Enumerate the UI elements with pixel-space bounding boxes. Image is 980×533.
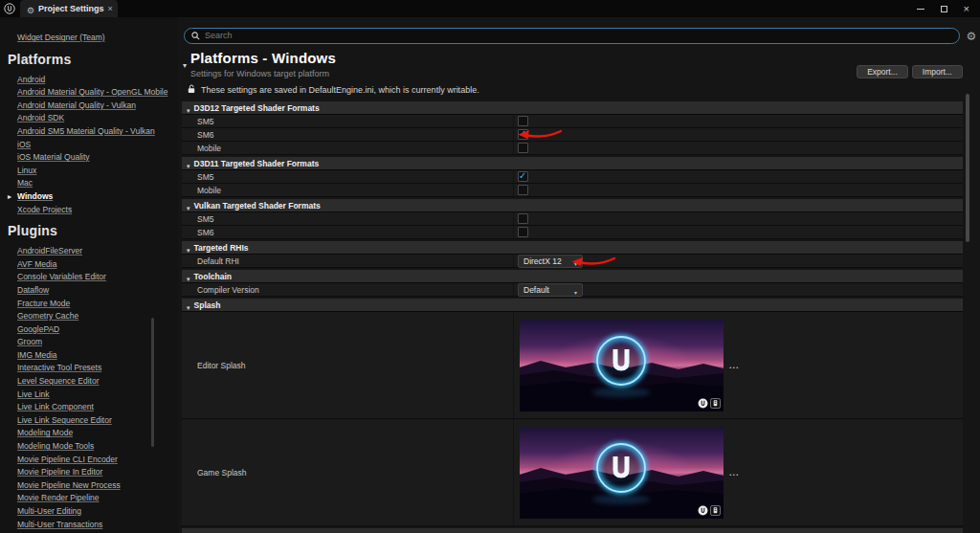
sm5-checkbox[interactable] (518, 213, 528, 224)
setting-row: SM5 (182, 170, 963, 184)
minimize-button[interactable] (917, 9, 924, 10)
sidebar-item[interactable]: Movie Pipeline CLI Encoder (0, 454, 178, 467)
more-options-button[interactable]: ... (729, 468, 740, 477)
section-header[interactable]: Splash (182, 299, 963, 312)
sidebar-section-platforms: Platforms (0, 51, 178, 68)
more-options-button[interactable]: ... (729, 361, 740, 370)
sidebar-item-label: Interactive Tool Presets (17, 363, 101, 372)
sidebar-scrollbar[interactable] (151, 318, 154, 447)
section-splash: Splash Editor Splash (182, 299, 963, 526)
sidebar-item[interactable]: Multi-User Editing (0, 505, 178, 519)
sidebar-item[interactable]: Windows (0, 190, 178, 204)
settings-gear-icon[interactable] (965, 27, 978, 44)
search-input[interactable] (205, 30, 952, 41)
sidebar-item-label: Mac (17, 178, 33, 188)
sidebar-item[interactable]: Android Material Quality - Vulkan (0, 100, 178, 113)
section-header[interactable]: D3D11 Targeted Shader Formats (182, 157, 963, 170)
sidebar-item[interactable]: Dataflow (0, 284, 178, 298)
settings-tab-icon (27, 0, 34, 17)
editor-splash-image[interactable] (520, 320, 724, 411)
sidebar-item-widget-designer-team[interactable]: Widget Designer (Team) (0, 32, 178, 45)
import-button[interactable]: Import... (912, 65, 963, 78)
game-splash-image[interactable] (520, 427, 724, 519)
sidebar-item[interactable]: Android Material Quality - OpenGL Mobile (0, 86, 178, 100)
section-header[interactable]: Vulkan Targeted Shader Formats (182, 199, 963, 212)
notice-text: These settings are saved in DefaultEngin… (201, 85, 479, 95)
maximize-button[interactable] (941, 6, 947, 12)
section-caret-icon (187, 297, 190, 314)
sidebar-item[interactable]: Fracture Mode (0, 298, 178, 311)
section-header[interactable]: Toolchain (182, 270, 963, 283)
section-title: Targeted RHIs (194, 243, 249, 253)
expand-caret-icon (8, 190, 11, 204)
sidebar-item-label: Dataflow (17, 285, 49, 295)
sm5-checkbox[interactable] (518, 116, 528, 126)
sidebar-item-label: Windows (17, 191, 53, 201)
chevron-down-icon (574, 281, 577, 299)
mobile-checkbox[interactable] (518, 185, 528, 195)
sidebar-item[interactable]: iOS Material Quality (0, 151, 178, 165)
header-buttons: Export... Import... (857, 65, 963, 78)
setting-row: SM5 (182, 115, 963, 128)
sm6-checkbox[interactable] (518, 129, 528, 140)
sidebar-item-label: AVF Media (17, 259, 56, 269)
mobile-checkbox[interactable] (518, 143, 528, 153)
section-caret-icon (187, 197, 190, 214)
section-toolchain: Toolchain Compiler Version Default (182, 270, 963, 297)
sidebar-item-label: Multi-User Editing (17, 506, 81, 516)
sidebar-item-label: Live Link Component (17, 402, 94, 411)
export-button[interactable]: Export... (857, 65, 908, 78)
setting-row: Mobile (182, 142, 963, 155)
close-button[interactable] (964, 4, 969, 14)
sidebar-item-label: Android Material Quality - Vulkan (17, 100, 136, 110)
page-title: Platforms - Windows (190, 50, 336, 66)
tab-project-settings[interactable]: Project Settings (20, 0, 118, 17)
sm6-checkbox[interactable] (518, 227, 528, 237)
sidebar-item[interactable]: Movie Pipeline In Editor (0, 466, 178, 479)
tab-close-icon[interactable] (108, 5, 113, 13)
partial-section (182, 528, 963, 533)
sidebar-item-label: Widget Designer (Team) (17, 33, 105, 42)
setting-label: Game Splash (182, 419, 514, 525)
section-title: Vulkan Targeted Shader Formats (194, 201, 321, 211)
sidebar-item-label: Modeling Mode (17, 428, 73, 437)
sidebar-item[interactable]: Linux (0, 165, 178, 178)
sidebar-item[interactable]: Xcode Projects (0, 204, 178, 217)
sidebar-item[interactable]: Android (0, 74, 178, 87)
sidebar-item[interactable]: Movie Pipeline New Process (0, 479, 178, 493)
compiler-version-dropdown[interactable]: Default (518, 283, 583, 297)
sidebar-item[interactable]: Multi-User Transactions (0, 519, 178, 532)
section-title: D3D12 Targeted Shader Formats (194, 103, 320, 113)
collapse-caret-icon[interactable] (183, 55, 187, 78)
default-rhi-dropdown[interactable]: DirectX 12 (518, 255, 583, 268)
sidebar-item-label: Fracture Mode (17, 299, 70, 308)
sidebar-item[interactable]: Android SDK (0, 112, 178, 125)
setting-row: Mobile (182, 184, 963, 197)
sidebar-item[interactable]: AndroidFileServer (0, 245, 178, 258)
section-header[interactable]: D3D12 Targeted Shader Formats (182, 101, 963, 115)
sidebar-item[interactable]: Mac (0, 177, 178, 190)
setting-label: Editor Splash (182, 312, 514, 418)
setting-label: Compiler Version (182, 283, 514, 296)
splash-artwork (520, 427, 724, 519)
page-subtitle: Settings for Windows target platform (190, 69, 336, 78)
sidebar-item-label: Movie Render Pipeline (17, 493, 100, 502)
section-d3d12-shader-formats: D3D12 Targeted Shader Formats SM5 SM6 Mo… (182, 101, 963, 155)
sidebar-item[interactable]: Console Variables Editor (0, 271, 178, 284)
sidebar-item-label: iOS (17, 140, 31, 149)
sidebar-item[interactable]: iOS (0, 139, 178, 152)
sidebar-item-label: Live Link (17, 389, 50, 399)
sidebar-item[interactable]: Android SM5 Material Quality - Vulkan (0, 125, 178, 139)
partial-section-header[interactable] (182, 528, 963, 533)
sidebar-item-label: Modeling Mode Tools (17, 441, 94, 451)
ue-logo-badge (698, 505, 708, 516)
setting-row: Game Splash (182, 419, 963, 526)
sm5-checkbox[interactable] (518, 171, 528, 182)
sidebar-item[interactable]: Movie Render Pipeline (0, 492, 178, 505)
setting-label: Mobile (182, 184, 514, 196)
section-header[interactable]: Targeted RHIs (182, 241, 963, 255)
sidebar-item[interactable]: AVF Media (0, 258, 178, 272)
setting-row: Default RHI DirectX 12 (182, 255, 963, 268)
unlocked-padlock-icon (188, 84, 195, 96)
main-scrollbar[interactable] (966, 94, 969, 242)
